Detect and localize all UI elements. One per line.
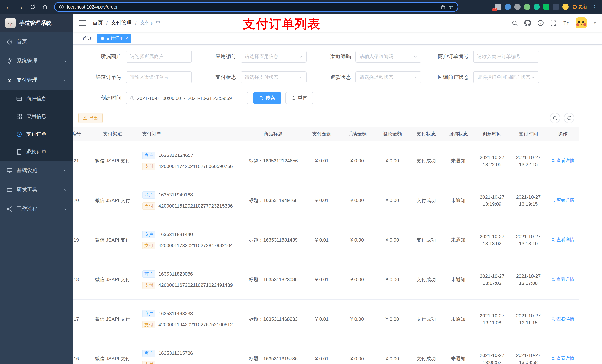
extension-badge: 10 xyxy=(492,8,497,11)
main-content: 首页 / 支付管理 / 支付订单 ? T xyxy=(73,14,602,364)
cell-create-time: 2021-10-2713:22:05 xyxy=(474,141,510,180)
pay-badge: 支付 xyxy=(142,163,155,170)
export-button[interactable]: 导出 xyxy=(78,113,103,123)
reload-icon[interactable] xyxy=(27,1,38,12)
sidebar-item-refund-order[interactable]: 退款订单 xyxy=(0,143,73,161)
chevron-down-icon xyxy=(63,59,67,63)
refresh-button[interactable] xyxy=(564,113,574,123)
tab-pay-order[interactable]: 支付订单 × xyxy=(97,33,132,43)
sidebar-item-home[interactable]: 首页 xyxy=(0,32,73,52)
extension-icon-1[interactable]: 10 xyxy=(495,4,501,10)
extension-icon-8[interactable] xyxy=(562,4,569,10)
view-detail-link[interactable]: 查看详情 xyxy=(551,276,574,283)
cell-pay-time: 2021-10-2713:18:10 xyxy=(510,220,547,260)
sidebar-item-payment[interactable]: ¥ 支付管理 xyxy=(0,71,73,90)
cell-refund: ¥ 0.00 xyxy=(375,260,410,299)
toggle-search-button[interactable] xyxy=(550,113,560,123)
pay-status-select[interactable]: 请选择支付状态 xyxy=(241,71,307,83)
back-icon[interactable]: ← xyxy=(3,1,14,12)
extension-icon-3[interactable] xyxy=(514,4,521,10)
cell-refund: ¥ 0.00 xyxy=(375,180,410,220)
github-icon[interactable] xyxy=(524,20,531,26)
merchant-select[interactable]: 请选择所属商户 xyxy=(126,51,192,62)
breadcrumb-current: 支付订单 xyxy=(140,20,161,26)
col-action: 操作 xyxy=(547,127,579,141)
sidebar-menu: 首页 系统管理 ¥ 支付管理 xyxy=(0,32,73,219)
refund-status-select[interactable]: 请选择退款状态 xyxy=(355,71,421,83)
share-icon[interactable] xyxy=(441,4,446,10)
filter-form: 所属商户 请选择所属商户 应用编号 请选择应用信息 渠道编码 请输入渠道编码 xyxy=(73,45,602,104)
app-select[interactable]: 请选择应用信息 xyxy=(241,51,307,62)
search-button[interactable]: 搜索 xyxy=(253,92,281,104)
cell-status: 支付成功 xyxy=(410,141,442,180)
notify-status-select[interactable]: 请选择订单回调商户状态 xyxy=(473,71,539,83)
breadcrumb: 首页 / 支付管理 / 支付订单 xyxy=(93,20,161,26)
create-time-range-picker[interactable]: 2021-10-01 00:00:00 - 2021-10-31 23:59:5… xyxy=(126,92,248,104)
extension-icon-4[interactable] xyxy=(524,4,530,10)
channel-order-no-input[interactable]: 请输入渠道订单号 xyxy=(126,71,192,83)
search-icon[interactable] xyxy=(512,20,518,26)
table-header-row: 编号 支付渠道 支付订单 商品标题 支付金额 手续金额 退款金额 支付状态 回调… xyxy=(73,127,579,141)
sidebar-item-workflow[interactable]: 工作流程 xyxy=(0,199,73,219)
sidebar-item-devtools[interactable]: 研发工具 xyxy=(0,180,73,199)
extension-icon-7[interactable] xyxy=(553,4,559,10)
font-size-icon[interactable]: TT xyxy=(563,20,570,26)
chevron-down-icon xyxy=(414,55,417,58)
extension-icon-2[interactable] xyxy=(505,4,511,10)
cell-title: 标题：1635311823086 xyxy=(242,260,304,299)
breadcrumb-home[interactable]: 首页 xyxy=(93,20,103,26)
view-detail-link[interactable]: 查看详情 xyxy=(551,355,574,362)
label-app: 应用编号 xyxy=(192,53,241,60)
col-create-time: 创建时间 xyxy=(474,127,510,141)
breadcrumb-payment[interactable]: 支付管理 xyxy=(111,20,132,26)
sidebar-item-merchant-info[interactable]: 商户信息 xyxy=(0,90,73,108)
table-row: 16 微信 JSAPI 支付 商户 1635311315786 支付 标题：16… xyxy=(73,339,579,364)
cell-order: 商户 1635311468233 支付 42000011942021102767… xyxy=(135,299,242,339)
merchant-order-no: 1635311949168 xyxy=(159,192,193,198)
sidebar-item-system[interactable]: 系统管理 xyxy=(0,52,73,71)
bookmark-star-icon[interactable]: ☆ xyxy=(449,4,453,10)
site-info-icon[interactable] xyxy=(59,4,64,10)
topbar-actions: ? TT ▼ xyxy=(512,17,596,29)
url-text: localhost:1024/pay/order xyxy=(67,4,438,10)
cell-order: 商户 1635311881440 支付 42000011732021102728… xyxy=(135,220,242,260)
cell-amount: ¥ 0.01 xyxy=(304,260,340,299)
home-icon[interactable] xyxy=(40,1,50,12)
tab-home[interactable]: 首页 xyxy=(79,33,95,43)
extension-icon-6[interactable] xyxy=(543,4,549,10)
sidebar-item-app-info[interactable]: 应用信息 xyxy=(0,108,73,125)
col-channel: 支付渠道 xyxy=(90,127,135,141)
browser-menu-icon[interactable]: ⋮ xyxy=(592,3,598,10)
close-icon[interactable]: × xyxy=(126,36,128,40)
cell-channel: 微信 JSAPI 支付 xyxy=(90,260,135,299)
clock-icon xyxy=(130,96,135,100)
address-bar[interactable]: localhost:1024/pay/order ☆ xyxy=(54,2,458,12)
extension-icon-5[interactable] xyxy=(534,4,540,10)
merchant-order-no-input[interactable]: 请输入商户订单编号 xyxy=(473,51,539,62)
view-detail-link[interactable]: 查看详情 xyxy=(551,157,574,164)
pay-order-no: 4200001174202110278060590766 xyxy=(159,164,233,169)
col-title: 商品标题 xyxy=(242,127,304,141)
forward-icon[interactable]: → xyxy=(15,1,26,12)
monitor-icon xyxy=(6,167,13,174)
view-detail-link[interactable]: 查看详情 xyxy=(551,316,574,322)
cell-id: 17 xyxy=(73,299,90,339)
view-detail-link[interactable]: 查看详情 xyxy=(551,197,574,203)
col-status: 支付状态 xyxy=(410,127,442,141)
fullscreen-icon[interactable] xyxy=(550,20,557,26)
browser-update-button[interactable]: 更新 xyxy=(573,4,588,10)
reset-button[interactable]: 重置 xyxy=(285,92,313,104)
sidebar-item-infra[interactable]: 基础设施 xyxy=(0,161,73,180)
cell-status: 支付成功 xyxy=(410,220,442,260)
gear-icon xyxy=(6,58,13,64)
sidebar-item-pay-order[interactable]: 支付订单 xyxy=(0,125,73,143)
app-logo[interactable]: 芋道管理系统 xyxy=(0,14,73,32)
hamburger-icon[interactable] xyxy=(79,20,86,26)
cell-title: 标题：1635311949168 xyxy=(242,180,304,220)
avatar[interactable] xyxy=(576,17,587,29)
view-detail-link[interactable]: 查看详情 xyxy=(551,237,574,243)
avatar-caret-icon[interactable]: ▼ xyxy=(593,21,596,25)
merchant-order-no: 1635311823086 xyxy=(159,271,193,277)
help-icon[interactable]: ? xyxy=(537,20,544,26)
channel-code-select[interactable]: 请输入渠道编码 xyxy=(355,51,421,62)
